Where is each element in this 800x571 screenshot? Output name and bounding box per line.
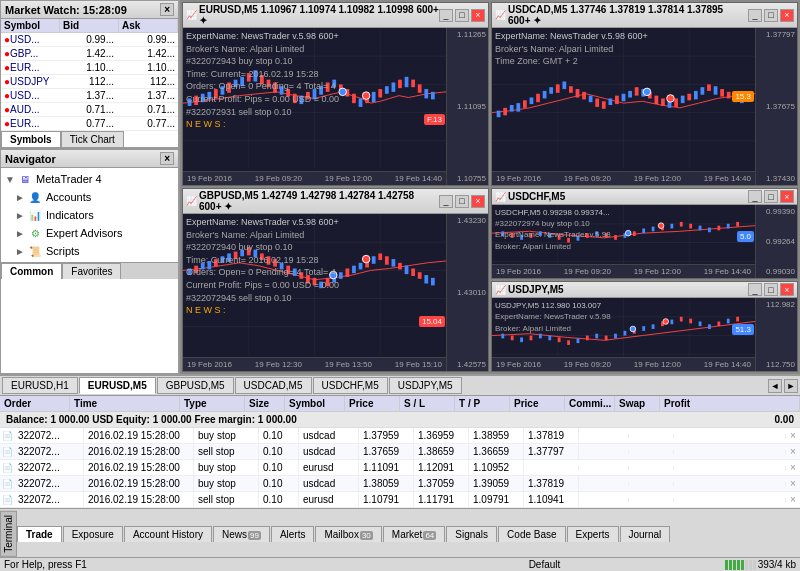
orders-rows: 📄 322072... 2016.02.19 15:28:00 buy stop… — [0, 428, 800, 508]
market-watch-row-2[interactable]: ●EUR... 1.10... 1.10... — [1, 61, 178, 75]
order-cell-comm-4 — [579, 498, 629, 502]
table-row[interactable]: 📄 322072... 2016.02.19 15:28:00 buy stop… — [0, 476, 800, 492]
chart-usdchf-titlebar: 📈 USDCHF,M5 _ □ × — [492, 189, 797, 205]
order-close-btn-0[interactable]: × — [786, 430, 800, 441]
mw-bid-5: 0.71... — [56, 103, 117, 116]
order-cell-swap-1 — [629, 450, 674, 454]
nav-tab-favorites[interactable]: Favorites — [62, 263, 121, 279]
term-tab-trade[interactable]: Trade — [17, 526, 62, 542]
usdchf-info1: USDCHF,M5 0.99298 0.99374... — [495, 207, 611, 218]
order-close-btn-3[interactable]: × — [786, 478, 800, 489]
market-watch-close[interactable]: × — [160, 3, 174, 16]
navigator-title-text: Navigator — [5, 153, 56, 165]
usdchf-minimize[interactable]: _ — [748, 190, 762, 203]
usdcad-minimize[interactable]: _ — [748, 9, 762, 22]
gbpusd-close[interactable]: × — [471, 195, 485, 208]
svg-rect-43 — [424, 89, 428, 98]
svg-rect-200 — [680, 317, 683, 322]
market-watch-row-4[interactable]: ●USD... 1.37... 1.37... — [1, 89, 178, 103]
order-cell-profit-0 — [674, 434, 786, 438]
svg-rect-54 — [497, 111, 501, 118]
market-watch-header: Symbol Bid Ask — [1, 19, 178, 33]
usdjpy-close[interactable]: × — [780, 283, 794, 296]
gbpusd-maximize[interactable]: □ — [455, 195, 469, 208]
chart-tab-eurusd-m5[interactable]: EURUSD,M5 — [79, 377, 156, 394]
term-tab-exposure[interactable]: Exposure — [63, 526, 123, 542]
chart-tab-gbpusd-m5[interactable]: GBPUSD,M5 — [157, 377, 234, 394]
market-watch-row-0[interactable]: ●USD... 0.99... 0.99... — [1, 33, 178, 47]
svg-rect-167 — [689, 224, 692, 229]
order-close-btn-2[interactable]: × — [786, 462, 800, 473]
balance-row: Balance: 1 000.00 USD Equity: 1 000.00 F… — [0, 412, 800, 428]
mw-symbol-0: ●USD... — [1, 33, 56, 46]
svg-rect-184 — [530, 336, 533, 341]
svg-rect-62 — [549, 87, 553, 94]
term-tab-mailbox[interactable]: Mailbox30 — [315, 526, 381, 542]
term-tab-signals[interactable]: Signals — [446, 526, 497, 542]
term-tab-journal[interactable]: Journal — [620, 526, 671, 542]
tab-tick-chart[interactable]: Tick Chart — [61, 131, 124, 147]
nav-item-scripts[interactable]: ► 📜 Scripts — [3, 242, 176, 260]
top-area: Market Watch: 15:28:09 × Symbol Bid Ask … — [0, 0, 800, 374]
usdjpy-maximize[interactable]: □ — [764, 283, 778, 296]
market-watch-row-1[interactable]: ●GBP... 1.42... 1.42... — [1, 47, 178, 61]
market-watch-row-6[interactable]: ●EUR... 0.77... 0.77... — [1, 117, 178, 131]
nav-item-mt4[interactable]: ▼ 🖥 MetaTrader 4 — [3, 170, 176, 188]
chart-tab-right-arrow[interactable]: ► — [784, 379, 798, 393]
gbpusd-minimize[interactable]: _ — [439, 195, 453, 208]
order-cell-comm-3 — [579, 482, 629, 486]
term-tab-alerts[interactable]: Alerts — [271, 526, 315, 542]
chart-usdchf-tag: 5.0 — [737, 231, 754, 242]
terminal-side-label[interactable]: Terminal — [0, 511, 17, 557]
info-expert: ExpertName: NewsTrader v.5.98 600+ — [186, 30, 339, 43]
chart-close-btn[interactable]: × — [471, 9, 485, 22]
bottom-section: EURUSD,H1EURUSD,M5GBPUSD,M5USDCAD,M5USDC… — [0, 374, 800, 557]
chart-tab-usdjpy-m5[interactable]: USDJPY,M5 — [389, 377, 462, 394]
chart-minimize-btn[interactable]: _ — [439, 9, 453, 22]
gbpusd-time-0: 19 Feb 2016 — [187, 360, 232, 369]
term-tab-market[interactable]: Market64 — [383, 526, 445, 542]
nav-item-indicators[interactable]: ► 📊 Indicators — [3, 206, 176, 224]
usdchf-close[interactable]: × — [780, 190, 794, 203]
usdcad-maximize[interactable]: □ — [764, 9, 778, 22]
nav-item-experts[interactable]: ► ⚙ Expert Advisors — [3, 224, 176, 242]
table-row[interactable]: 📄 322072... 2016.02.19 15:28:00 buy stop… — [0, 460, 800, 476]
navigator-titlebar: Navigator × — [1, 150, 178, 168]
chart-tab-usdchf-m5[interactable]: USDCHF,M5 — [313, 377, 388, 394]
term-tab-news[interactable]: News99 — [213, 526, 270, 542]
nav-item-accounts[interactable]: ► 👤 Accounts — [3, 188, 176, 206]
order-cell-price-3: 1.38059 — [359, 476, 414, 491]
chart-eurusd-tag: F.13 — [424, 114, 445, 125]
tab-symbols[interactable]: Symbols — [1, 131, 61, 147]
table-row[interactable]: 📄 322072... 2016.02.19 15:28:00 sell sto… — [0, 444, 800, 460]
svg-rect-67 — [582, 92, 586, 100]
term-tab-experts[interactable]: Experts — [567, 526, 619, 542]
usdjpy-info1: USDJPY,M5 112.980 103.007 — [495, 300, 611, 311]
nav-tab-common[interactable]: Common — [1, 263, 62, 279]
table-row[interactable]: 📄 322072... 2016.02.19 15:28:00 buy stop… — [0, 428, 800, 444]
svg-rect-86 — [707, 84, 711, 91]
chart-tab-left-arrow[interactable]: ◄ — [768, 379, 782, 393]
term-tab-account-history[interactable]: Account History — [124, 526, 212, 542]
chart-tab-usdcad-m5[interactable]: USDCAD,M5 — [235, 377, 312, 394]
gbpusd-price-high: 1.43230 — [449, 216, 486, 225]
market-watch-row-3[interactable]: ●USDJPY 112... 112... — [1, 75, 178, 89]
info-order1: #322072943 buy stop 0.10 — [186, 55, 339, 68]
usdcad-close[interactable]: × — [780, 9, 794, 22]
navigator-close[interactable]: × — [160, 152, 174, 165]
usdchf-maximize[interactable]: □ — [764, 190, 778, 203]
table-row[interactable]: 📄 322072... 2016.02.19 15:28:00 sell sto… — [0, 492, 800, 508]
charts-area: 📈 EURUSD,M5 1.10967 1.10974 1.10982 1.10… — [180, 0, 800, 374]
chart-tab-eurusd-h1[interactable]: EURUSD,H1 — [2, 377, 78, 394]
order-close-btn-1[interactable]: × — [786, 446, 800, 457]
usdchf-icon: 📈 — [495, 192, 506, 202]
nav-scripts-icon: 📜 — [27, 243, 43, 259]
term-tab-code-base[interactable]: Code Base — [498, 526, 565, 542]
chart-maximize-btn[interactable]: □ — [455, 9, 469, 22]
svg-rect-127 — [359, 263, 363, 270]
order-close-btn-4[interactable]: × — [786, 494, 800, 505]
market-watch-row-5[interactable]: ●AUD... 0.71... 0.71... — [1, 103, 178, 117]
svg-rect-183 — [520, 338, 523, 343]
usdjpy-minimize[interactable]: _ — [748, 283, 762, 296]
mw-ask-1: 1.42... — [117, 47, 178, 60]
